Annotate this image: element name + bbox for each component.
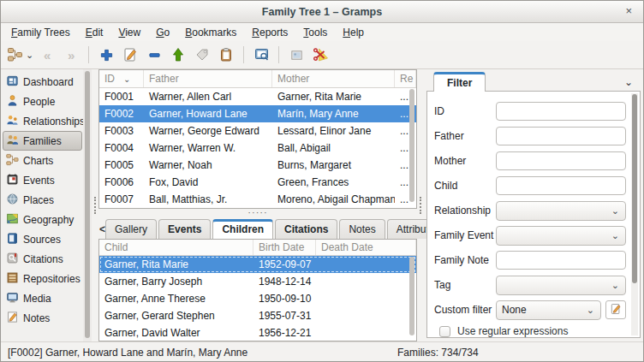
- scrollbar-thumb[interactable]: [632, 94, 637, 283]
- tab-filter[interactable]: Filter: [433, 72, 486, 92]
- tab-events[interactable]: Events: [158, 219, 211, 239]
- child-row[interactable]: Garner, Gerard Stephen 1955-07-31: [99, 307, 416, 324]
- table-row[interactable]: F0004 Warner, Warren W. Ball, Abigail ..…: [99, 139, 416, 157]
- column-header-child[interactable]: Child: [99, 240, 253, 255]
- sidebar-item-notes[interactable]: Notes: [3, 308, 82, 328]
- scrollbar-thumb[interactable]: [409, 89, 414, 202]
- custom-filter-select[interactable]: None ⌄: [496, 300, 601, 320]
- toolbar: ⌄ « »: [1, 41, 643, 69]
- titlebar[interactable]: Family Tree 1 – Gramps ×: [1, 1, 643, 23]
- filter-id-input[interactable]: [496, 102, 626, 121]
- sidebar-item-media[interactable]: Media: [3, 288, 82, 308]
- table-row-selected[interactable]: F0002 Garner, Howard Lane Marín, Mary An…: [99, 105, 416, 122]
- filter-family-event-select[interactable]: ⌄: [496, 226, 626, 246]
- merge-button[interactable]: [168, 44, 188, 66]
- merge-arrow-icon: [170, 47, 186, 62]
- children-table: Child Birth Date Death Date Garner, Rita…: [98, 239, 417, 341]
- column-header-mother[interactable]: Mother: [272, 70, 395, 87]
- table-row[interactable]: F0001 Warner, Allen Carl Garner, Rita Ma…: [99, 88, 416, 105]
- sidebar-item-relationships[interactable]: Relationships: [3, 111, 82, 131]
- use-regex-checkbox[interactable]: [439, 326, 450, 337]
- pane-splitter[interactable]: ·····: [98, 209, 417, 216]
- reports-button[interactable]: [251, 44, 271, 66]
- column-header-death-date[interactable]: Death Date: [316, 240, 416, 255]
- column-header-id[interactable]: ID ⌄: [99, 70, 144, 87]
- table-row[interactable]: F0005 Warner, Noah Burns, Margaret ...: [99, 157, 416, 174]
- menu-go[interactable]: Go: [148, 25, 177, 40]
- child-row[interactable]: Garner, Anne Therese 1950-09-10: [99, 290, 416, 307]
- filter-label-tag: Tag: [434, 279, 496, 291]
- menu-edit[interactable]: Edit: [78, 25, 111, 40]
- children-table-scrollbar[interactable]: [408, 257, 415, 339]
- sidebar-scrollbar[interactable]: [83, 69, 92, 341]
- column-header-birth-date[interactable]: Birth Date: [253, 240, 316, 255]
- filter-child-input[interactable]: [496, 176, 626, 195]
- child-row[interactable]: Garner, David Walter 1956-12-21: [99, 324, 416, 341]
- filter-splitter[interactable]: [417, 69, 424, 341]
- sidebar-item-families[interactable]: Families: [3, 131, 82, 151]
- sidebar-item-places[interactable]: Places: [3, 190, 82, 210]
- column-header-father[interactable]: Father: [144, 70, 272, 87]
- sidebar-item-dashboard[interactable]: Dashboard: [3, 72, 82, 92]
- sidebar-item-repositories[interactable]: Repositories: [3, 269, 82, 288]
- filter-mother-input[interactable]: [496, 151, 626, 170]
- sidebar-item-citations[interactable]: Citations: [3, 249, 82, 269]
- families-table-scrollbar[interactable]: [408, 89, 415, 206]
- menu-family-trees[interactable]: Family Trees: [3, 25, 78, 40]
- family-trees-button[interactable]: ⌄: [7, 44, 33, 66]
- minus-icon: [147, 48, 162, 62]
- sidebar-item-label: Sources: [23, 234, 61, 246]
- menu-bookmarks[interactable]: Bookmarks: [177, 25, 244, 40]
- scrollbar-thumb[interactable]: [85, 71, 90, 338]
- note-icon: [6, 311, 19, 326]
- child-row-selected[interactable]: Garner, Rita Marie 1952-09-07: [99, 256, 416, 273]
- sidebar-item-label: Events: [23, 175, 55, 187]
- menu-help[interactable]: Help: [335, 25, 372, 40]
- table-row[interactable]: F0007 Ball, Matthias, Jr. Moreno, Abigai…: [99, 191, 416, 208]
- add-button[interactable]: [96, 44, 116, 66]
- tag-button[interactable]: [192, 44, 212, 66]
- sidebar-splitter[interactable]: [92, 69, 98, 341]
- remove-button[interactable]: [144, 44, 164, 66]
- edit-button[interactable]: [120, 44, 140, 66]
- children-table-header: Child Birth Date Death Date: [99, 240, 416, 256]
- clipboard-cut-button[interactable]: [310, 44, 331, 66]
- menu-reports[interactable]: Reports: [244, 25, 295, 40]
- sidebar-item-sources[interactable]: Sources: [3, 229, 82, 249]
- report-window-icon: [253, 47, 270, 62]
- menu-view[interactable]: View: [110, 25, 148, 40]
- filter-tag-select[interactable]: ⌄: [496, 276, 626, 295]
- filter-scrollbar[interactable]: [631, 93, 638, 335]
- tab-children[interactable]: Children: [212, 219, 273, 239]
- clipboard-button[interactable]: [216, 44, 236, 66]
- media-preview-button[interactable]: [286, 44, 307, 66]
- forward-button[interactable]: »: [61, 44, 81, 66]
- menu-tools[interactable]: Tools: [295, 25, 335, 40]
- tab-gallery[interactable]: Gallery: [105, 219, 157, 239]
- tabs-scroll-left-icon[interactable]: <: [99, 223, 105, 239]
- sort-chevron-icon[interactable]: ⌄: [123, 74, 130, 84]
- collapse-sidebar-icon[interactable]: ⌄: [624, 76, 633, 88]
- table-row[interactable]: F0006 Fox, David Green, Frances ...: [99, 174, 416, 191]
- filter-relationship-select[interactable]: ⌄: [496, 201, 626, 221]
- table-row[interactable]: F0003 Warner, George Edward Lessard, Eli…: [99, 122, 416, 139]
- sidebar-item-label: Notes: [23, 312, 50, 324]
- child-row[interactable]: Garner, Barry Joseph 1948-12-14: [99, 273, 416, 290]
- toolbar-separator: [278, 46, 279, 63]
- back-button[interactable]: «: [37, 44, 57, 66]
- filter-family-note-input[interactable]: [496, 251, 626, 270]
- sidebar-item-geography[interactable]: Geography: [3, 210, 82, 229]
- scrollbar-thumb[interactable]: [409, 257, 414, 335]
- sidebar-item-charts[interactable]: Charts: [3, 151, 82, 170]
- column-header-relationship[interactable]: Re: [395, 70, 416, 87]
- tab-citations[interactable]: Citations: [275, 219, 337, 239]
- sidebar-item-events[interactable]: Events: [3, 170, 82, 190]
- category-sidebar: Dashboard People Relationships Families …: [1, 69, 83, 341]
- filter-father-input[interactable]: [496, 127, 626, 145]
- sidebar-item-label: Families: [23, 135, 62, 147]
- tab-notes[interactable]: Notes: [339, 219, 385, 239]
- sidebar-item-people[interactable]: People: [3, 92, 82, 111]
- chevron-down-icon[interactable]: ⌄: [26, 50, 33, 61]
- edit-custom-filter-button[interactable]: [605, 300, 626, 319]
- close-icon[interactable]: ×: [625, 4, 632, 18]
